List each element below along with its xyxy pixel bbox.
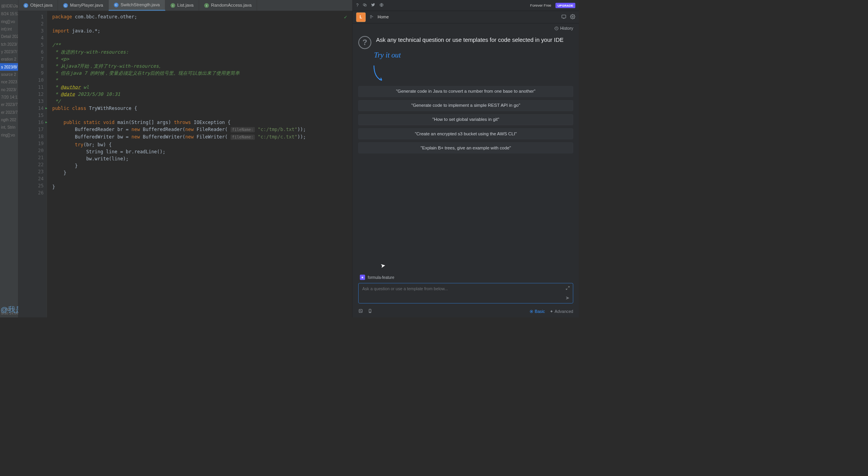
line-number[interactable]: 21 [18, 154, 44, 161]
line-number[interactable]: 23 [18, 168, 44, 175]
code-line[interactable] [52, 176, 352, 183]
code-line[interactable]: * @date 2023/5/30 10:31 [52, 90, 352, 97]
mode-basic[interactable]: Basic [529, 309, 545, 314]
structure-item[interactable]: ring[]:vo [0, 131, 18, 139]
structure-item[interactable]: s 2023/8/ [0, 63, 18, 70]
code-line[interactable]: */ [52, 97, 352, 104]
structure-item[interactable]: int, Strin [0, 124, 18, 131]
line-number[interactable]: 19 [18, 140, 44, 147]
line-number[interactable]: 26 [18, 189, 44, 196]
upgrade-button[interactable]: UPGRADE [556, 3, 576, 8]
code-line[interactable]: package com.bbc.feature.other; [52, 13, 352, 20]
code-line[interactable]: } [52, 162, 352, 169]
chat-input[interactable] [359, 283, 573, 298]
line-number[interactable]: 10 [18, 76, 44, 83]
line-number[interactable]: 2 [18, 20, 44, 27]
context-chip[interactable]: ★ formula-feature [358, 273, 573, 281]
structure-item[interactable]: er 2023/7 [0, 101, 18, 108]
twitter-icon[interactable] [371, 3, 375, 8]
suggestion-button[interactable]: "Generate code to implement a simple RES… [358, 100, 573, 111]
suggestion-button[interactable]: "Create an encrypted s3 bucket using the… [358, 128, 573, 139]
code-line[interactable]: String line = br.readLine(); [52, 148, 352, 155]
code-line[interactable]: * 改进的try-with-resources: [52, 48, 352, 55]
screen-icon[interactable] [561, 14, 566, 20]
line-number[interactable]: 16 [18, 119, 44, 126]
code-line[interactable]: * <p> [52, 55, 352, 62]
code-line[interactable]: * [52, 76, 352, 83]
editor-tab[interactable]: CMarryPlayer.java [58, 0, 108, 11]
line-number[interactable]: 4 [18, 34, 44, 41]
phone-icon[interactable] [368, 309, 372, 314]
line-number[interactable]: 15 [18, 111, 44, 119]
settings-icon[interactable] [570, 14, 575, 20]
help-icon[interactable]: ? [356, 3, 359, 8]
line-number[interactable]: 24 [18, 175, 44, 182]
structure-item[interactable]: 8/24 15:52, [0, 10, 18, 18]
line-number[interactable]: 22 [18, 161, 44, 168]
code-line[interactable] [52, 34, 352, 41]
editor-tab[interactable]: IRandomAccess.java [199, 0, 257, 11]
structure-item[interactable]: eration 2 [0, 56, 18, 63]
code-line[interactable]: * 但在java 7 的时候，变量必须定义在try后的括号里。现在可以放出来了使… [52, 69, 352, 76]
line-number[interactable]: 13 [18, 97, 44, 104]
line-number[interactable]: 18 [18, 133, 44, 140]
send-icon[interactable]: ➤ [565, 295, 570, 301]
line-number[interactable]: 17 [18, 126, 44, 133]
mode-advanced[interactable]: ✦ Advanced [550, 309, 573, 314]
line-number[interactable]: 6 [18, 48, 44, 55]
code[interactable]: package com.bbc.feature.other; import ja… [47, 11, 352, 318]
structure-item[interactable]: Detail 202 [0, 33, 18, 40]
suggestion-button[interactable]: "Generate code in Java to convert a numb… [358, 86, 573, 97]
structure-item[interactable]: er 2023/7 [0, 108, 18, 116]
code-line[interactable]: BufferedReader br = new BufferedReader(n… [52, 126, 352, 133]
code-line[interactable]: import java.io.*; [52, 27, 352, 34]
analysis-ok-icon[interactable]: ✓ [344, 14, 347, 21]
suggestion-button[interactable]: "Explain B+ trees, give an example with … [358, 142, 573, 153]
line-number[interactable]: 11 [18, 83, 44, 90]
avatar[interactable]: L [356, 13, 366, 22]
code-line[interactable]: public static void main(String[] args) t… [52, 119, 352, 126]
line-number[interactable]: 14 [18, 104, 44, 111]
line-number[interactable]: 1 [18, 13, 44, 20]
editor-tab[interactable]: CSwitchStrength.java [108, 0, 165, 11]
code-line[interactable]: BufferedWriter bw = new BufferedWriter(n… [52, 133, 352, 141]
line-number[interactable]: 5 [18, 41, 44, 48]
editor-body[interactable]: 1234567891011121314151617181920212223242… [18, 11, 352, 318]
structure-item[interactable]: ngth 202 [0, 116, 18, 124]
structure-item[interactable]: tch 2023/ [0, 40, 18, 48]
line-number[interactable]: 3 [18, 27, 44, 34]
structure-item[interactable]: int):int [0, 25, 18, 33]
menu-icon[interactable] [369, 14, 374, 20]
code-line[interactable] [52, 190, 352, 197]
editor-tab[interactable]: CObject.java [18, 0, 58, 11]
editor-tab[interactable]: IList.java [165, 0, 199, 11]
code-line[interactable]: /** [52, 41, 352, 48]
chat-icon[interactable] [363, 3, 367, 8]
globe-icon[interactable] [379, 3, 384, 8]
line-number[interactable]: 25 [18, 182, 44, 189]
code-line[interactable]: try(br; bw) { [52, 141, 352, 148]
line-number[interactable]: 7 [18, 55, 44, 62]
structure-item[interactable]: ring[]:vo [0, 18, 18, 25]
code-line[interactable]: * @author wl [52, 83, 352, 90]
code-line[interactable]: public class TryWithResource { [52, 104, 352, 111]
line-number[interactable]: 9 [18, 69, 44, 76]
expand-icon[interactable] [566, 286, 570, 291]
line-number[interactable]: 12 [18, 90, 44, 97]
code-line[interactable] [52, 20, 352, 27]
structure-item[interactable]: source 2 [0, 71, 18, 78]
snippet-icon[interactable] [358, 309, 363, 314]
structure-item[interactable]: no 2023/ [0, 86, 18, 93]
history-link[interactable]: History [352, 23, 579, 33]
code-line[interactable] [52, 111, 352, 119]
code-line[interactable]: } [52, 169, 352, 176]
home-label[interactable]: Home [377, 15, 388, 20]
code-line[interactable]: * 从java7开始，支持了try-with-resources。 [52, 62, 352, 69]
structure-item[interactable]: nce 2023 [0, 78, 18, 86]
structure-item[interactable]: y 2023/7/ [0, 48, 18, 56]
code-line[interactable]: bw.write(line); [52, 155, 352, 162]
line-number[interactable]: 20 [18, 147, 44, 154]
line-number[interactable]: 8 [18, 62, 44, 69]
structure-item[interactable]: 7/20 14:11 [0, 93, 18, 101]
code-line[interactable]: } [52, 183, 352, 190]
